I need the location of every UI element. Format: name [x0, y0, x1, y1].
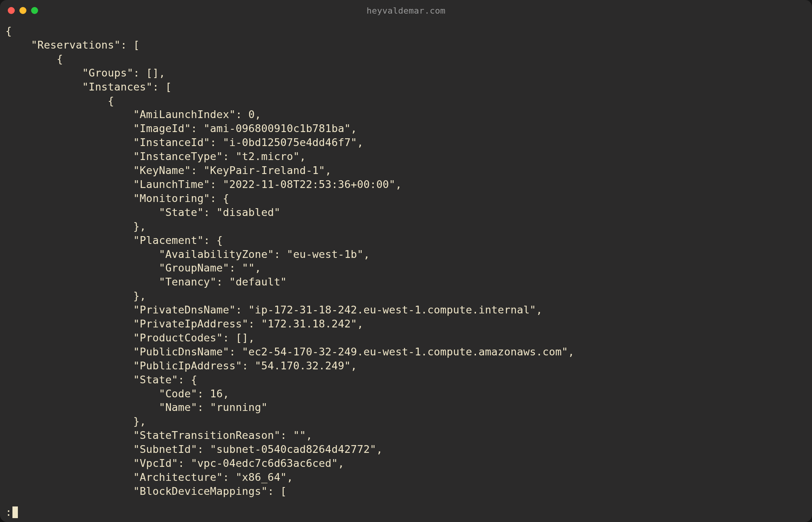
- prompt-char: :: [5, 506, 12, 518]
- maximize-button[interactable]: [31, 7, 38, 14]
- terminal-window: heyvaldemar.com { "Reservations": [ { "G…: [0, 0, 812, 522]
- cursor: [12, 506, 18, 518]
- minimize-button[interactable]: [19, 7, 26, 14]
- terminal-output[interactable]: { "Reservations": [ { "Groups": [], "Ins…: [0, 21, 812, 506]
- traffic-lights: [8, 7, 38, 14]
- window-title: heyvaldemar.com: [366, 6, 445, 16]
- titlebar: heyvaldemar.com: [0, 0, 812, 21]
- pager-prompt[interactable]: :: [0, 506, 812, 522]
- close-button[interactable]: [8, 7, 15, 14]
